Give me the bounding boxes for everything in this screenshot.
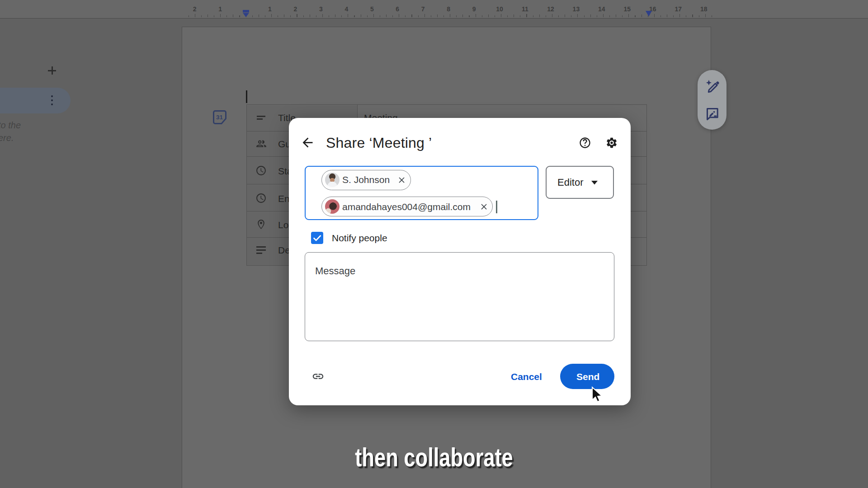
svg-text:31: 31 [216, 114, 223, 121]
